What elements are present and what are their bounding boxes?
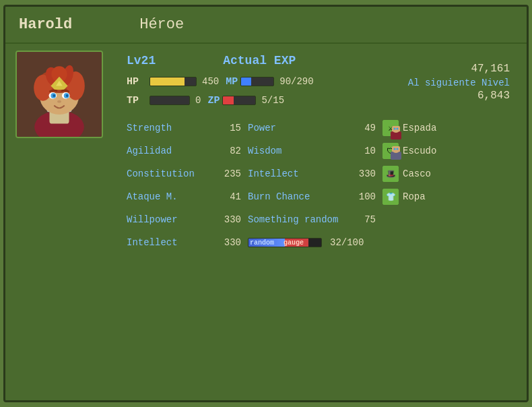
stats-columns: Strength 15 Agilidad 82 Constitution 235…	[127, 118, 510, 253]
stat-value: 15	[214, 123, 241, 133]
svg-point-24	[397, 128, 399, 130]
stat-name: Agilidad	[127, 146, 214, 156]
stat-row-left: Ataque M. 41	[127, 187, 248, 207]
gauge-label-red: gauge	[284, 239, 304, 247]
gauge-value: 32/100	[330, 237, 364, 248]
gauge-track: random gauge	[248, 238, 322, 247]
stat-row-left: Strength 15	[127, 118, 248, 138]
portrait-box	[15, 51, 103, 138]
stat-value: 330	[214, 214, 241, 225]
equip-name: Espada	[403, 123, 436, 133]
stat-name: Willpower	[127, 214, 214, 225]
exp-value: 47,161	[408, 63, 510, 75]
stat-name: Strength	[127, 123, 214, 133]
equip-icon: 🎩	[383, 166, 399, 182]
equip-name: Ropa	[403, 191, 426, 202]
stat-name: Something random	[248, 214, 349, 225]
stat-value: 10	[349, 146, 376, 156]
hp-label: HP	[127, 76, 147, 88]
stats-section: Lv21 Actual EXP 47,161 Al siguiente Nive…	[120, 51, 517, 394]
character-panel: Harold Héroe	[3, 5, 529, 402]
stat-row-left: Agilidad 82	[127, 141, 248, 161]
svg-point-22	[392, 126, 400, 133]
equip-name: Casco	[403, 168, 431, 179]
stat-row-left: Willpower 330	[127, 210, 248, 230]
exp-label: Actual EXP	[223, 54, 296, 67]
stat-name: Intellect	[127, 237, 214, 248]
portrait-section	[15, 51, 120, 394]
next-level-value: 6,843	[408, 90, 510, 102]
title-bar: Harold Héroe	[5, 7, 527, 44]
hp-value: 450	[202, 76, 219, 87]
stat-value: 330	[214, 237, 241, 248]
stat-row-mid: Power 49	[248, 118, 383, 138]
svg-point-17	[53, 94, 55, 97]
stat-value: 235	[214, 168, 241, 179]
svg-point-23	[394, 128, 396, 130]
stat-value: 49	[349, 123, 376, 133]
sprites-area	[387, 125, 405, 164]
stat-name: Power	[248, 123, 349, 133]
equip-icon: 👕	[383, 189, 399, 205]
stat-value: 75	[349, 214, 376, 225]
tp-label: TP	[127, 95, 147, 106]
equip-name: Escudo	[403, 146, 436, 156]
stat-row-left: Intellect 330	[127, 232, 248, 253]
tp-value: 0	[195, 95, 201, 106]
zp-bar	[222, 96, 256, 105]
level-text: Lv21	[127, 54, 156, 67]
stat-row-left: Constitution 235	[127, 164, 248, 184]
svg-point-29	[397, 148, 399, 150]
next-level-label: Al siguiente Nivel	[408, 77, 510, 88]
mp-value: 90/290	[279, 76, 313, 87]
equip-row: 🎩 Casco	[383, 164, 463, 184]
tp-bar	[149, 96, 190, 105]
stat-row-mid: Wisdom 10	[248, 141, 383, 161]
svg-point-18	[66, 94, 69, 97]
stat-name: Wisdom	[248, 146, 349, 156]
svg-point-28	[394, 148, 396, 150]
character-name: Harold	[19, 16, 72, 33]
exp-section: 47,161 Al siguiente Nivel 6,843	[408, 63, 510, 102]
character-class: Héroe	[139, 16, 184, 33]
mp-fill	[241, 77, 251, 86]
mp-bar	[240, 77, 274, 86]
stat-name: Intellect	[248, 168, 349, 179]
svg-point-27	[392, 146, 400, 153]
equip-row: 👕 Ropa	[383, 187, 463, 207]
stat-row-mid: Something random 75	[248, 210, 383, 230]
stat-value: 100	[349, 191, 376, 202]
content-area: Lv21 Actual EXP 47,161 Al siguiente Nive…	[5, 44, 527, 400]
stat-row-mid: Burn Chance 100	[248, 187, 383, 207]
stat-row-mid: Intellect 330	[248, 164, 383, 184]
stat-value: 41	[214, 191, 241, 202]
stat-value: 330	[349, 168, 376, 179]
zp-value: 5/15	[261, 95, 284, 106]
gauge-label-blue: random	[250, 239, 274, 247]
svg-point-19	[57, 100, 61, 103]
hp-bar	[149, 77, 197, 86]
stat-name: Ataque M.	[127, 191, 214, 202]
zp-fill	[223, 96, 234, 104]
hp-fill	[150, 77, 185, 86]
stat-value: 82	[214, 146, 241, 156]
mp-label: MP	[226, 76, 238, 88]
stat-name: Burn Chance	[248, 191, 349, 202]
zp-label: ZP	[207, 95, 220, 106]
stat-name: Constitution	[127, 168, 214, 179]
stat-row-mid: random gauge 32/100	[248, 232, 383, 253]
stats-mid-col: Power 49 Wisdom 10 Intellect 330 Burn Ch…	[248, 118, 383, 253]
stats-left-col: Strength 15 Agilidad 82 Constitution 235…	[127, 118, 248, 253]
